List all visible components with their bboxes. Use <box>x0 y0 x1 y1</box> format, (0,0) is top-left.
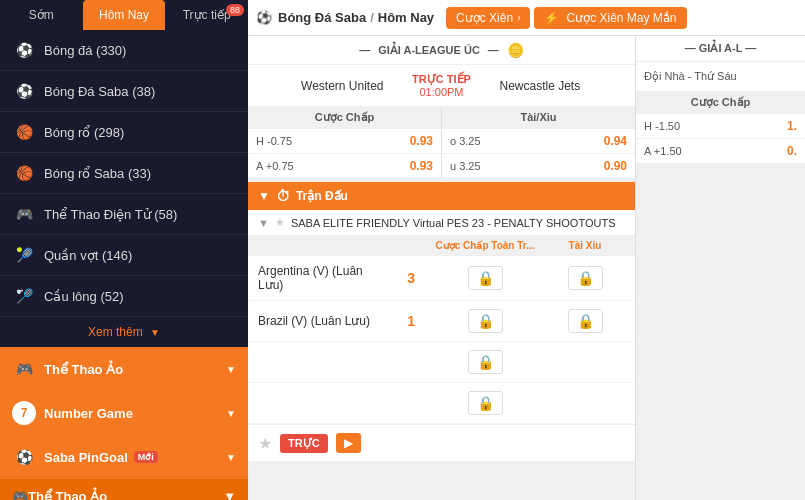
odds-o-cell[interactable]: o 3.25 0.94 <box>442 129 635 153</box>
col-cuoc-chap: Cược Chấp Toàn Tr... <box>425 240 545 251</box>
cuoc-xien-btn[interactable]: Cược Xiên › <box>446 7 530 29</box>
sidebar-item-bongrosaba[interactable]: 🏀 Bóng rổ Saba (33) <box>0 153 248 194</box>
sidebar-item-esport[interactable]: 🎮 Thể Thao Điện Tử (58) <box>0 194 248 235</box>
star-icon[interactable]: ★ <box>275 216 285 229</box>
right-cuoc-chap-header: Cược Chấp <box>636 92 805 114</box>
odds-u-val: 0.90 <box>604 159 627 173</box>
match-footer: ★ TRỰC ▶ <box>248 424 635 461</box>
team-brazil-name: Brazil (V) (Luân Lưu) <box>258 314 385 328</box>
lock-argentina-xiu: 🔒 <box>545 266 625 290</box>
sidebar-section-virtual[interactable]: 🎮 Thể Thao Ảo ▼ <box>0 347 248 391</box>
right-league-title: GIẢI A-L <box>699 42 742 54</box>
basketball-icon: 🏀 <box>12 120 36 144</box>
right-league-header: — GIẢI A-L — <box>636 36 805 62</box>
cuoc-xien-label: Cược Xiên <box>456 11 513 25</box>
right-odds-h[interactable]: H -1.50 1. <box>636 114 805 139</box>
soccer-saba-icon: ⚽ <box>12 79 36 103</box>
main-content: ⚽ Bóng Đá Saba / Hôm Nay Cược Xiên › ⚡ C… <box>248 0 805 500</box>
odds-h-val: 0.93 <box>410 134 433 148</box>
odds-a-label: A +0.75 <box>256 160 294 172</box>
right-odds-a[interactable]: A +1.50 0. <box>636 139 805 163</box>
lock-icon-2: 🔒 <box>568 266 603 290</box>
lock-extra2: 🔒 <box>425 391 545 415</box>
chevron-right-icon2: ▼ <box>226 408 236 419</box>
sidebar-item-bongdasaba[interactable]: ⚽ Bóng Đá Saba (38) <box>0 71 248 112</box>
match-center: TRỰC TIẾP 01:00PM <box>392 73 492 98</box>
sidebar: Sớm Hôm Nay Trực tiếp 88 ⚽ Bóng đá (330)… <box>0 0 248 500</box>
tran-dau-bar[interactable]: ▼ ⏱ Trận Đấu <box>248 182 635 210</box>
cuoc-xien-mayman-btn[interactable]: ⚡ Cược Xiên May Mắn <box>534 7 686 29</box>
badminton-icon: 🏸 <box>12 284 36 308</box>
cuoc-xien-mayman-label: Cược Xiên May Mắn <box>566 11 676 25</box>
odds-h-cell[interactable]: H -0.75 0.93 <box>248 129 441 153</box>
sidebar-item-badminton-label: Cầu lông (52) <box>44 289 236 304</box>
nav-sport-title: ⚽ Bóng Đá Saba / Hôm Nay <box>256 10 434 25</box>
new-badge: Mới <box>134 451 158 463</box>
basketball-saba-icon: 🏀 <box>12 161 36 185</box>
lock-icon-1: 🔒 <box>468 266 503 290</box>
last-section-icon: 🎮 <box>12 489 28 500</box>
lock-brazil-xiu: 🔒 <box>545 309 625 333</box>
main-right: — GIẢI A-L — Đội Nhà - Thứ Sáu Cược Chấp… <box>635 36 805 500</box>
team-left: Western United <box>260 79 392 93</box>
nav-sport-label: Bóng Đá Saba <box>278 10 366 25</box>
team-row-extra1: 🔒 <box>248 342 635 383</box>
tab-som[interactable]: Sớm <box>0 0 83 30</box>
sidebar-item-bongrosaba-label: Bóng rổ Saba (33) <box>44 166 236 181</box>
sidebar-item-tennis[interactable]: 🎾 Quần vợt (146) <box>0 235 248 276</box>
sidebar-item-bongro[interactable]: 🏀 Bóng rổ (298) <box>0 112 248 153</box>
league-header-aleague: — GIẢI A-LEAGUE ÚC — 🪙 <box>248 36 635 65</box>
odds-o-label: o 3.25 <box>450 135 481 147</box>
nav-section-label: Hôm Nay <box>378 10 434 25</box>
footer-tructiep-btn[interactable]: TRỰC <box>280 434 328 453</box>
match-row-aleague: Western United TRỰC TIẾP 01:00PM Newcast… <box>248 65 635 107</box>
tab-tructiep-label: Trực tiếp <box>183 8 231 22</box>
footer-play-btn[interactable]: ▶ <box>336 433 361 453</box>
team-argentina-name: Argentina (V) (Luân Lưu) <box>258 264 385 292</box>
sidebar-section-pingoal[interactable]: ⚽ Saba PinGoal Mới ▼ <box>0 435 248 479</box>
right-h-label: H -1.50 <box>644 120 680 132</box>
col-tai-xiu: Tài Xiu <box>545 240 625 251</box>
team-row-argentina: Argentina (V) (Luân Lưu) 3 🔒 🔒 <box>248 256 635 301</box>
sidebar-item-bongro-label: Bóng rổ (298) <box>44 125 236 140</box>
tab-homnay[interactable]: Hôm Nay <box>83 0 166 30</box>
section-bar-label: Trận Đấu <box>296 189 348 203</box>
chevron-right-icon3: ▼ <box>226 452 236 463</box>
chevron-down-icon: ▼ <box>150 327 160 338</box>
odds-a-val: 0.93 <box>410 159 433 173</box>
team-brazil-score: 1 <box>385 313 415 329</box>
main-left: — GIẢI A-LEAGUE ÚC — 🪙 Western United TR… <box>248 36 635 500</box>
expand-icon[interactable]: ▼ <box>258 217 269 229</box>
see-more-btn[interactable]: Xem thêm ▼ <box>0 317 248 347</box>
sidebar-tabs: Sớm Hôm Nay Trực tiếp 88 <box>0 0 248 30</box>
right-a-val: 0. <box>787 144 797 158</box>
sidebar-section-last[interactable]: 🎮 Thể Thao Ảo ▼ <box>0 479 248 500</box>
tab-tructiep[interactable]: Trực tiếp 88 <box>165 0 248 30</box>
odds-u-cell[interactable]: u 3.25 0.90 <box>442 154 635 178</box>
soccer-icon: ⚽ <box>12 38 36 62</box>
nav-sport-icon: ⚽ <box>256 10 272 25</box>
odds-u-label: u 3.25 <box>450 160 481 172</box>
nav-divider: / <box>370 10 374 25</box>
odds-a-cell[interactable]: A +0.75 0.93 <box>248 154 441 178</box>
sidebar-item-bongdasaba-label: Bóng Đá Saba (38) <box>44 84 236 99</box>
sidebar-item-badminton[interactable]: 🏸 Cầu lông (52) <box>0 276 248 317</box>
coin-icon: 🪙 <box>507 42 524 58</box>
match-table-header: Cược Chấp Toàn Tr... Tài Xiu <box>248 236 635 256</box>
virtual-label: Thể Thao Ảo <box>44 362 123 377</box>
sidebar-section-number[interactable]: 7 Number Game ▼ <box>0 391 248 435</box>
sidebar-item-bongda[interactable]: ⚽ Bóng đá (330) <box>0 30 248 71</box>
main-cols: — GIẢI A-LEAGUE ÚC — 🪙 Western United TR… <box>248 36 805 500</box>
chevron-right-icon4: ▼ <box>223 489 236 500</box>
pingoal-icon: ⚽ <box>12 445 36 469</box>
team-argentina-score: 3 <box>385 270 415 286</box>
lock-icon-5: 🔒 <box>468 350 503 374</box>
tab-homnay-label: Hôm Nay <box>99 8 149 22</box>
section-arrow: ▼ <box>258 189 270 203</box>
live-badge: 88 <box>226 4 244 16</box>
last-section-label: Thể Thao Ảo <box>28 489 107 500</box>
sidebar-item-tennis-label: Quần vợt (146) <box>44 248 236 263</box>
pingoal-label: Saba PinGoal <box>44 450 128 465</box>
right-league-block: — GIẢI A-L — Đội Nhà - Thứ Sáu Cược Chấp… <box>636 36 805 164</box>
footer-star-btn[interactable]: ★ <box>258 434 272 453</box>
